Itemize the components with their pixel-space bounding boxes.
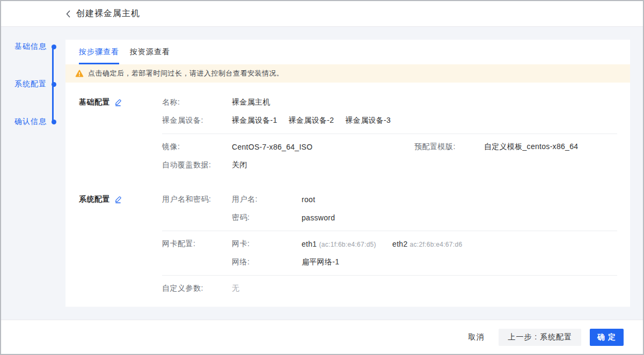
field-group: 用户名和密码: 用户名: root 密码: password xyxy=(162,190,617,227)
network-value: 扁平网络-1 xyxy=(302,257,339,267)
step-basic-info[interactable]: 基础信息 xyxy=(1,41,65,52)
field-row-password: 密码: password xyxy=(162,209,617,227)
field-row-image: 镜像: CentOS-7-x86_64_ISO 预配置模版: 自定义模板_cen… xyxy=(162,138,617,156)
device-item: 裸金属设备-3 xyxy=(346,116,391,124)
step-system-config[interactable]: 系统配置 xyxy=(1,79,65,90)
field-row-overwrite: 自动覆盖数据: 关闭 xyxy=(162,156,617,174)
section-body: 用户名和密码: 用户名: root 密码: password xyxy=(162,190,617,298)
edit-system-config-button[interactable] xyxy=(114,196,122,203)
cancel-button[interactable]: 取消 xyxy=(468,332,484,342)
nic-label: 网卡: xyxy=(232,239,302,249)
back-chevron-icon xyxy=(65,10,71,18)
view-tabs: 按步骤查看 按资源查看 xyxy=(65,40,630,64)
nic-name: eth1 xyxy=(302,240,317,248)
section-basic-config: 基础配置 名称: 裸金属主机 xyxy=(79,93,617,174)
field-group: 镜像: CentOS-7-x86_64_ISO 预配置模版: 自定义模板_cen… xyxy=(162,134,617,174)
nic-name: eth2 xyxy=(392,240,407,248)
nic-mac: ac:2f:6b:e4:67:d6 xyxy=(410,241,463,248)
field-row-username: 用户名和密码: 用户名: root xyxy=(162,190,617,209)
confirm-button[interactable]: 确 定 xyxy=(590,329,624,346)
field-row-nics: 网卡配置: 网卡: eth1(ac:1f:6b:e4:67:d5) eth2ac… xyxy=(162,235,617,253)
field-row-name: 名称: 裸金属主机 xyxy=(162,93,617,112)
image-label: 镜像: xyxy=(162,142,232,152)
name-label: 名称: xyxy=(162,98,232,107)
edit-pencil-icon xyxy=(114,196,122,203)
field-group: 自定义参数: 无 xyxy=(162,275,617,298)
username-value: root xyxy=(302,195,315,204)
footer-action-bar: 取消 上一步 : 系统配置 确 定 xyxy=(1,320,643,354)
warning-banner: 点击确定后，若部署时间过长，请进入控制台查看安装情况。 xyxy=(65,64,630,83)
section-body: 名称: 裸金属主机 裸金属设备: 裸金属设备-1 裸金属设备-2 裸金属设备-3 xyxy=(162,93,617,174)
section-header: 基础配置 xyxy=(79,93,162,112)
section-header: 系统配置 xyxy=(79,190,162,209)
step-confirm-info[interactable]: 确认信息 xyxy=(1,116,65,127)
nic-group-label: 网卡配置: xyxy=(162,239,232,249)
section-title: 系统配置 xyxy=(79,195,110,204)
network-label: 网络: xyxy=(232,257,302,267)
field-group: 名称: 裸金属主机 裸金属设备: 裸金属设备-1 裸金属设备-2 裸金属设备-3 xyxy=(162,93,617,130)
template-label: 预配置模版: xyxy=(414,142,484,152)
overwrite-label: 自动覆盖数据: xyxy=(162,160,232,170)
devices-value: 裸金属设备-1 裸金属设备-2 裸金属设备-3 xyxy=(232,116,400,125)
step-label: 系统配置 xyxy=(14,79,47,89)
edit-pencil-icon xyxy=(114,99,122,106)
nic-values: eth1(ac:1f:6b:e4:67:d5) eth2ac:2f:6b:e4:… xyxy=(302,240,476,248)
step-dot-icon xyxy=(52,120,56,124)
page-title: 创建裸金属主机 xyxy=(76,8,140,19)
password-label: 密码: xyxy=(232,213,302,223)
create-bare-metal-host-page: 创建裸金属主机 基础信息 系统配置 确认信息 按步骤查看 按资源查看 xyxy=(0,0,644,355)
field-row-network: 网络: 扁平网络-1 xyxy=(162,253,617,271)
overwrite-value: 关闭 xyxy=(232,160,247,170)
device-item: 裸金属设备-2 xyxy=(289,116,334,124)
summary-content: 基础配置 名称: 裸金属主机 xyxy=(65,83,630,298)
warning-text: 点击确定后，若部署时间过长，请进入控制台查看安装情况。 xyxy=(88,69,284,78)
edit-basic-config-button[interactable] xyxy=(114,99,122,106)
section-title: 基础配置 xyxy=(79,98,110,107)
nic-item: eth1(ac:1f:6b:e4:67:d5) xyxy=(302,240,376,248)
step-label: 确认信息 xyxy=(14,117,47,127)
password-value: password xyxy=(302,213,335,222)
step-label: 基础信息 xyxy=(14,42,47,51)
field-row-custom-params: 自定义参数: 无 xyxy=(162,279,617,298)
confirm-panel: 按步骤查看 按资源查看 点击确定后，若部署时间过长，请进入控制台查看安装情况。 … xyxy=(65,40,630,307)
warning-triangle-icon xyxy=(75,70,84,77)
nic-mac: (ac:1f:6b:e4:67:d5) xyxy=(319,241,376,248)
username-label: 用户名: xyxy=(232,195,302,204)
devices-label: 裸金属设备: xyxy=(162,116,232,125)
prev-step-button[interactable]: 上一步 : 系统配置 xyxy=(499,329,581,346)
template-value: 自定义模板_centos-x86_64 xyxy=(484,142,578,152)
custom-params-label: 自定义参数: xyxy=(162,284,232,293)
tab-view-by-step[interactable]: 按步骤查看 xyxy=(79,40,119,64)
field-group: 网卡配置: 网卡: eth1(ac:1f:6b:e4:67:d5) eth2ac… xyxy=(162,231,617,271)
nic-item: eth2ac:2f:6b:e4:67:d6 xyxy=(392,240,462,248)
name-value: 裸金属主机 xyxy=(232,98,270,107)
field-row-devices: 裸金属设备: 裸金属设备-1 裸金属设备-2 裸金属设备-3 xyxy=(162,112,617,130)
tab-view-by-resource[interactable]: 按资源查看 xyxy=(130,40,170,64)
device-item: 裸金属设备-1 xyxy=(232,116,277,124)
step-dot-icon xyxy=(52,82,56,87)
step-dot-icon xyxy=(52,45,56,49)
page-body: 基础信息 系统配置 确认信息 按步骤查看 按资源查看 xyxy=(1,27,643,320)
wizard-steps-nav: 基础信息 系统配置 确认信息 xyxy=(1,27,65,320)
page-header: 创建裸金属主机 xyxy=(1,1,643,27)
custom-params-value: 无 xyxy=(232,284,239,293)
section-system-config: 系统配置 用户名和密码: 用户名: xyxy=(79,190,617,298)
image-value: CentOS-7-x86_64_ISO xyxy=(232,143,414,151)
back-button[interactable]: 创建裸金属主机 xyxy=(65,8,140,19)
credentials-label: 用户名和密码: xyxy=(162,195,232,204)
